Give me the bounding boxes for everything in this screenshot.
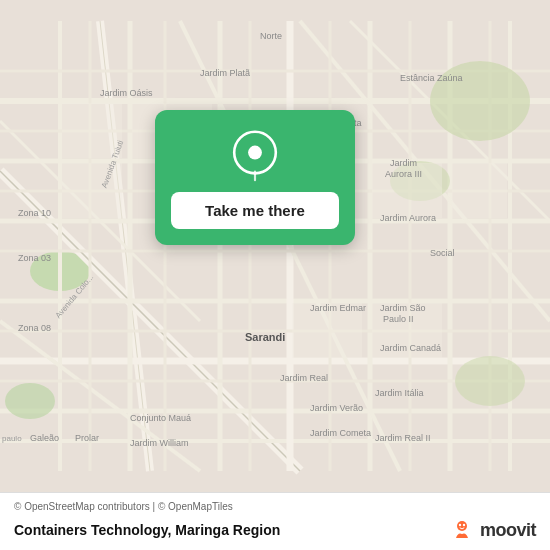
location-title: Containers Technology, Maringa Region (14, 522, 280, 538)
svg-text:Jardim São: Jardim São (380, 303, 426, 313)
svg-text:Zona 10: Zona 10 (18, 208, 51, 218)
svg-text:Jardim: Jardim (390, 158, 417, 168)
svg-text:Social: Social (430, 248, 455, 258)
svg-point-82 (463, 524, 465, 526)
bottom-info: Containers Technology, Maringa Region mo… (14, 516, 536, 544)
moovit-logo: moovit (448, 516, 536, 544)
svg-point-40 (455, 356, 525, 406)
location-card: Take me there (155, 110, 355, 245)
svg-text:Paulo II: Paulo II (383, 314, 414, 324)
svg-text:Prolar: Prolar (75, 433, 99, 443)
svg-text:Jardim Itália: Jardim Itália (375, 388, 424, 398)
svg-text:Conjunto Mauá: Conjunto Mauá (130, 413, 191, 423)
take-me-there-button[interactable]: Take me there (171, 192, 339, 229)
svg-text:Jardim Edmar: Jardim Edmar (310, 303, 366, 313)
svg-text:Galeão: Galeão (30, 433, 59, 443)
svg-text:Aurora III: Aurora III (385, 169, 422, 179)
svg-point-39 (5, 383, 55, 419)
svg-text:Zona 08: Zona 08 (18, 323, 51, 333)
svg-point-81 (459, 524, 461, 526)
location-pin-icon (229, 130, 281, 182)
map-container: Jardim Oásis Jardim Platã Jardim Paulist… (0, 0, 550, 492)
svg-text:Jardim Verão: Jardim Verão (310, 403, 363, 413)
svg-text:Jardim William: Jardim William (130, 438, 189, 448)
bottom-bar: © OpenStreetMap contributors | © OpenMap… (0, 492, 550, 550)
svg-rect-48 (452, 163, 507, 218)
svg-text:Jardim Oásis: Jardim Oásis (100, 88, 153, 98)
svg-text:Jardim Cometa: Jardim Cometa (310, 428, 371, 438)
svg-text:Jardim Platã: Jardim Platã (200, 68, 250, 78)
svg-text:paulo: paulo (2, 434, 22, 443)
app: Jardim Oásis Jardim Platã Jardim Paulist… (0, 0, 550, 550)
svg-point-79 (248, 146, 262, 160)
svg-text:Zona 03: Zona 03 (18, 253, 51, 263)
moovit-text: moovit (480, 520, 536, 541)
svg-text:Norte: Norte (260, 31, 282, 41)
svg-text:Jardim Canadá: Jardim Canadá (380, 343, 441, 353)
moovit-icon (448, 516, 476, 544)
map-attribution: © OpenStreetMap contributors | © OpenMap… (14, 501, 536, 512)
svg-text:Jardim Real: Jardim Real (280, 373, 328, 383)
svg-text:Sarandi: Sarandi (245, 331, 285, 343)
map-background: Jardim Oásis Jardim Platã Jardim Paulist… (0, 0, 550, 492)
svg-text:Estância Zaúna: Estância Zaúna (400, 73, 463, 83)
svg-text:Jardim Real II: Jardim Real II (375, 433, 431, 443)
svg-text:Jardim Aurora: Jardim Aurora (380, 213, 436, 223)
